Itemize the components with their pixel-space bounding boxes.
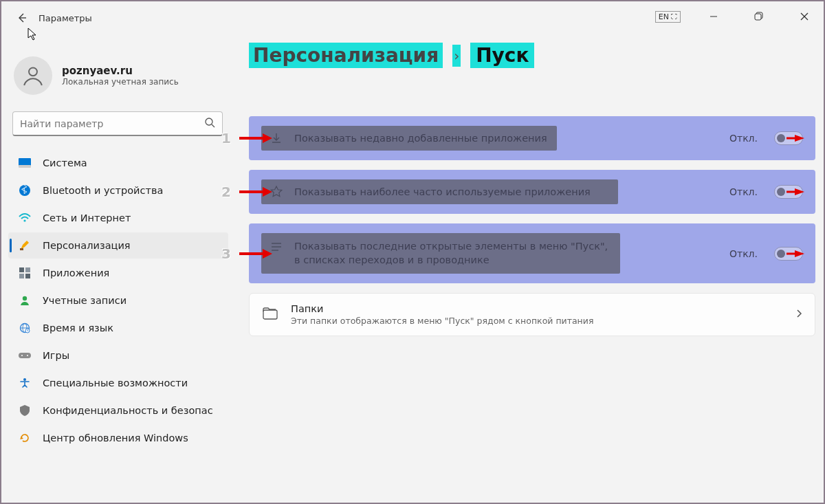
language-badge-text: EN [659,12,669,21]
sidebar-item-time-language[interactable]: Время и язык [8,315,228,341]
maximize-button[interactable] [747,7,771,26]
settings-group: 1 Показывать недавно добавленные приложе… [249,116,815,336]
breadcrumb-parent[interactable]: Персонализация [249,43,443,68]
expand-icon: ⛶ [671,13,677,20]
avatar [14,56,52,95]
sidebar-item-label: Конфиденциальность и безопас [43,405,213,416]
main-content: Персонализация › Пуск 1 Показывать недав… [249,43,815,336]
accounts-icon [18,295,32,306]
annotation-arrow-icon [786,134,804,142]
svg-point-32 [23,378,26,381]
svg-rect-7 [755,14,761,20]
close-button[interactable] [792,7,817,26]
setting-most-used: Показывать наиболее часто используемые п… [249,170,815,214]
annotation-arrow-icon [239,187,272,197]
svg-point-30 [21,355,23,356]
annotation-arrow-icon [239,249,272,259]
setting-label-box: Показывать последние открытые элементы в… [261,233,620,274]
annotation-arrow-icon [786,188,804,196]
user-profile[interactable]: poznyaev.ru Локальная учетная запись [8,50,228,111]
sidebar-item-label: Время и язык [43,322,113,333]
folders-subtitle: Эти папки отображаются в меню "Пуск" ряд… [291,316,593,326]
toggle-recent-items[interactable] [774,247,803,261]
breadcrumb-current: Пуск [470,43,534,68]
svg-rect-19 [25,267,30,272]
sidebar-item-accounts[interactable]: Учетные записи [8,287,228,314]
svg-rect-17 [20,248,23,250]
svg-point-22 [23,296,27,300]
toggle-state: Откл. [729,248,758,259]
svg-rect-21 [25,274,30,278]
svg-point-16 [23,219,25,221]
cursor-icon [28,28,38,44]
sidebar: poznyaev.ru Локальная учетная запись Сис… [8,50,228,451]
toggle-recently-added[interactable] [774,131,803,145]
wifi-icon [18,213,32,223]
folder-icon [262,306,278,324]
sidebar-item-bluetooth[interactable]: Bluetooth и устройства [8,177,228,204]
user-text: poznyaev.ru Локальная учетная запись [62,65,179,87]
sidebar-item-personalization[interactable]: Персонализация [8,232,228,259]
language-badge[interactable]: EN ⛶ [655,11,681,23]
svg-rect-29 [19,353,31,358]
chevron-right-icon: › [452,45,461,67]
nav: Система Bluetooth и устройства Сеть и Ин… [8,150,228,451]
globe-icon [18,322,32,333]
sidebar-item-label: Персонализация [43,240,131,251]
sidebar-item-label: Учетные записи [43,295,126,306]
chevron-right-icon [795,309,802,320]
toggle-state: Откл. [729,186,758,197]
svg-point-31 [27,355,28,356]
sidebar-item-windows-update[interactable]: Центр обновления Windows [8,425,228,451]
minimize-button[interactable] [701,7,726,26]
search-input[interactable] [20,118,204,129]
setting-label: Показывать наиболее часто используемые п… [294,186,591,197]
svg-rect-37 [263,310,277,319]
sidebar-item-accessibility[interactable]: Специальные возможности [8,370,228,396]
sidebar-item-label: Bluetooth и устройства [43,185,163,196]
breadcrumb: Персонализация › Пуск [249,43,815,68]
sidebar-item-system[interactable]: Система [8,150,228,176]
gamepad-icon [18,351,32,360]
setting-recent-items: Показывать последние открытые элементы в… [249,223,815,283]
arrow-left-icon [16,12,28,23]
sidebar-item-apps[interactable]: Приложения [8,260,228,286]
svg-line-12 [212,124,214,127]
svg-line-28 [28,331,28,331]
sidebar-item-gaming[interactable]: Игры [8,342,228,369]
svg-rect-14 [19,165,31,168]
toggle-knob [777,134,785,142]
setting-label-box: Показывать наиболее часто используемые п… [261,179,618,204]
sidebar-item-label: Приложения [43,267,109,278]
setting-label: Показывать последние открытые элементы в… [294,240,610,267]
search-box[interactable] [12,111,223,136]
bluetooth-icon [18,185,32,196]
maximize-icon [754,12,764,21]
window-title: Параметры [38,13,92,23]
toggle-knob [777,188,785,196]
sidebar-item-label: Игры [43,350,69,361]
svg-point-11 [206,118,212,125]
accessibility-icon [18,377,32,388]
update-icon [18,432,32,443]
person-icon [21,64,45,87]
apps-icon [18,267,32,278]
sidebar-item-privacy[interactable]: Конфиденциальность и безопас [8,397,228,424]
svg-point-10 [29,67,37,76]
annotation-arrow-icon [239,133,272,143]
toggle-most-used[interactable] [774,185,803,199]
sidebar-item-label: Сеть и Интернет [43,212,131,223]
user-name: poznyaev.ru [62,65,179,77]
sidebar-item-network[interactable]: Сеть и Интернет [8,205,228,231]
setting-folders[interactable]: Папки Эти папки отображаются в меню "Пус… [249,293,815,336]
svg-rect-20 [19,274,24,278]
folders-title: Папки [291,303,593,314]
setting-recently-added: Показывать недавно добавленные приложени… [249,116,815,160]
annotation-arrow-icon [786,250,804,258]
close-icon [800,12,808,21]
sidebar-item-label: Система [43,157,87,168]
paintbrush-icon [18,239,32,252]
setting-label-box: Показывать недавно добавленные приложени… [261,126,557,151]
search-icon [204,117,215,131]
window-controls: EN ⛶ [655,7,817,26]
